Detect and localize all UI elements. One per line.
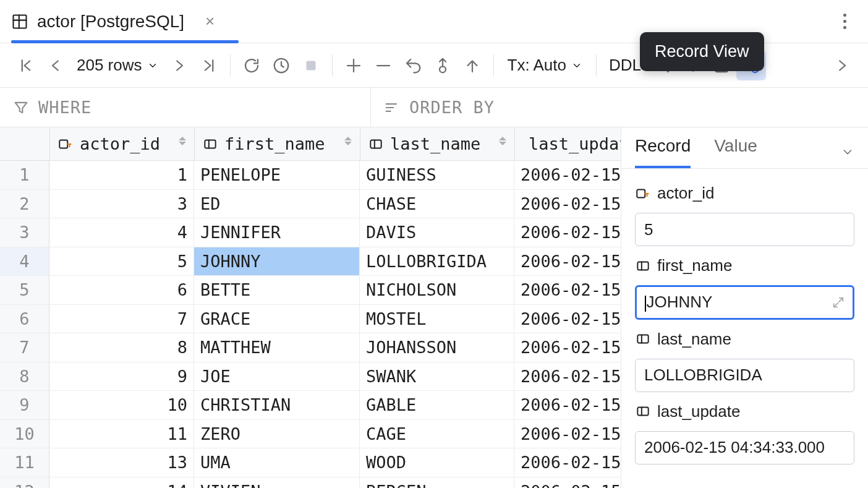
tx-mode-dropdown[interactable]: Tx: Auto [500, 56, 590, 75]
cell-last-update[interactable]: 2006-02-15 [514, 190, 621, 218]
commit-button[interactable] [428, 51, 457, 80]
row-number[interactable]: 7 [0, 333, 49, 362]
field-input-first-name[interactable]: JOHNNY [635, 285, 854, 319]
table-row[interactable]: 45JOHNNYLOLLOBRIGIDA2006-02-15 [0, 247, 621, 276]
table-row[interactable]: 910CHRISTIANGABLE2006-02-15 [0, 391, 621, 420]
cell-first-name[interactable]: ZERO [194, 420, 360, 448]
cell-first-name[interactable]: JENNIFER [194, 218, 360, 247]
table-row[interactable]: 56BETTENICHOLSON2006-02-15 [0, 276, 621, 305]
field-input-last-name[interactable]: LOLLOBRIGIDA [635, 359, 854, 392]
cell-actor-id[interactable]: 5 [49, 247, 194, 276]
row-number[interactable]: 1 [0, 161, 49, 189]
revert-button[interactable] [398, 51, 428, 80]
search-button[interactable] [647, 51, 677, 80]
cell-actor-id[interactable]: 3 [49, 190, 194, 218]
cell-actor-id[interactable]: 14 [49, 477, 194, 489]
cell-actor-id[interactable]: 1 [49, 161, 194, 189]
cell-first-name[interactable]: PENELOPE [194, 161, 360, 189]
cell-actor-id[interactable]: 10 [49, 391, 194, 419]
submit-button[interactable] [457, 51, 487, 80]
table-row[interactable]: 1011ZEROCAGE2006-02-15 [0, 420, 621, 449]
tab-menu-button[interactable] [832, 9, 857, 34]
cell-last-update[interactable]: 2006-02-15 [514, 218, 621, 247]
column-header-last-update[interactable]: last_update [514, 127, 621, 160]
table-row[interactable]: 11PENELOPEGUINESS2006-02-15 [0, 161, 621, 190]
row-number[interactable]: 2 [0, 190, 49, 218]
sort-arrows-icon[interactable] [178, 137, 187, 152]
cell-last-update[interactable]: 2006-02-15 [514, 477, 621, 489]
add-row-button[interactable] [339, 51, 368, 80]
next-page-button[interactable] [164, 51, 194, 80]
row-number[interactable]: 9 [0, 391, 49, 419]
row-number[interactable]: 5 [0, 276, 49, 304]
first-page-button[interactable] [11, 51, 41, 80]
tab-value[interactable]: Value [714, 136, 757, 168]
cell-last-name[interactable]: NICHOLSON [360, 276, 514, 304]
more-button[interactable] [827, 51, 857, 80]
cell-first-name[interactable]: MATTHEW [194, 333, 360, 362]
cell-last-update[interactable]: 2006-02-15 [514, 305, 621, 333]
field-input-actor-id[interactable]: 5 [635, 213, 854, 246]
filter-button[interactable] [677, 51, 707, 80]
cell-actor-id[interactable]: 13 [49, 448, 194, 477]
cell-last-name[interactable]: BERGEN [360, 477, 514, 489]
cell-actor-id[interactable]: 7 [49, 305, 194, 333]
sort-arrows-icon[interactable] [498, 137, 507, 152]
row-number[interactable]: 8 [0, 362, 49, 391]
row-number[interactable]: 12 [0, 477, 49, 489]
table-row[interactable]: 34JENNIFERDAVIS2006-02-15 [0, 218, 621, 247]
rows-dropdown[interactable]: 205 rows [70, 56, 164, 75]
expand-icon[interactable] [832, 296, 845, 309]
cell-actor-id[interactable]: 9 [49, 362, 194, 391]
table-row[interactable]: 89JOESWANK2006-02-15 [0, 362, 621, 392]
where-filter[interactable]: WHERE [0, 88, 371, 127]
cell-last-name[interactable]: CHASE [360, 190, 514, 218]
cell-last-name[interactable]: GABLE [360, 391, 514, 419]
chevron-down-icon[interactable] [841, 145, 854, 159]
cell-actor-id[interactable]: 6 [49, 276, 194, 304]
export-button[interactable] [707, 51, 736, 80]
row-number[interactable]: 3 [0, 218, 49, 247]
cell-actor-id[interactable]: 11 [49, 420, 194, 448]
column-header-first-name[interactable]: first_name [194, 127, 360, 160]
column-header-last-name[interactable]: last_name [360, 127, 514, 160]
table-row[interactable]: 1113UMAWOOD2006-02-15 [0, 448, 621, 477]
prev-page-button[interactable] [41, 51, 70, 80]
column-header-actor-id[interactable]: actor_id [49, 127, 194, 160]
table-row[interactable]: 78MATTHEWJOHANSSON2006-02-15 [0, 333, 621, 362]
cell-last-name[interactable]: DAVIS [360, 218, 514, 247]
cell-last-name[interactable]: JOHANSSON [360, 333, 514, 362]
cell-last-name[interactable]: CAGE [360, 420, 514, 448]
delete-row-button[interactable] [368, 51, 398, 80]
cell-last-name[interactable]: LOLLOBRIGIDA [360, 247, 514, 276]
row-number[interactable]: 11 [0, 448, 49, 477]
cell-first-name[interactable]: VIVIEN [194, 477, 360, 489]
tab-actor[interactable]: actor [PostgreSQL] × [11, 0, 215, 43]
last-page-button[interactable] [194, 51, 224, 80]
cell-last-update[interactable]: 2006-02-15 [514, 333, 621, 362]
cell-last-update[interactable]: 2006-02-15 [514, 420, 621, 448]
field-input-last-update[interactable]: 2006-02-15 04:34:33.000 [635, 431, 854, 464]
ddl-button[interactable]: DDL [603, 56, 647, 75]
table-row[interactable]: 67GRACEMOSTEL2006-02-15 [0, 305, 621, 334]
cell-last-update[interactable]: 2006-02-15 [514, 391, 621, 419]
reload-button[interactable] [237, 51, 266, 80]
stop-button[interactable] [296, 51, 326, 80]
cell-last-update[interactable]: 2006-02-15 [514, 448, 621, 477]
autoreload-button[interactable] [266, 51, 296, 80]
record-view-button[interactable] [736, 51, 766, 80]
row-number[interactable]: 10 [0, 420, 49, 448]
table-row[interactable]: 23EDCHASE2006-02-15 [0, 190, 621, 219]
cell-first-name[interactable]: JOHNNY [194, 247, 360, 276]
row-number[interactable]: 6 [0, 305, 49, 333]
cell-first-name[interactable]: CHRISTIAN [194, 391, 360, 419]
cell-last-name[interactable]: WOOD [360, 448, 514, 477]
cell-first-name[interactable]: UMA [194, 448, 360, 477]
table-row[interactable]: 1214VIVIENBERGEN2006-02-15 [0, 477, 621, 489]
tab-record[interactable]: Record [635, 136, 691, 168]
cell-first-name[interactable]: JOE [194, 362, 360, 391]
cell-first-name[interactable]: ED [194, 190, 360, 218]
cell-first-name[interactable]: BETTE [194, 276, 360, 304]
cell-first-name[interactable]: GRACE [194, 305, 360, 333]
cell-last-name[interactable]: MOSTEL [360, 305, 514, 333]
